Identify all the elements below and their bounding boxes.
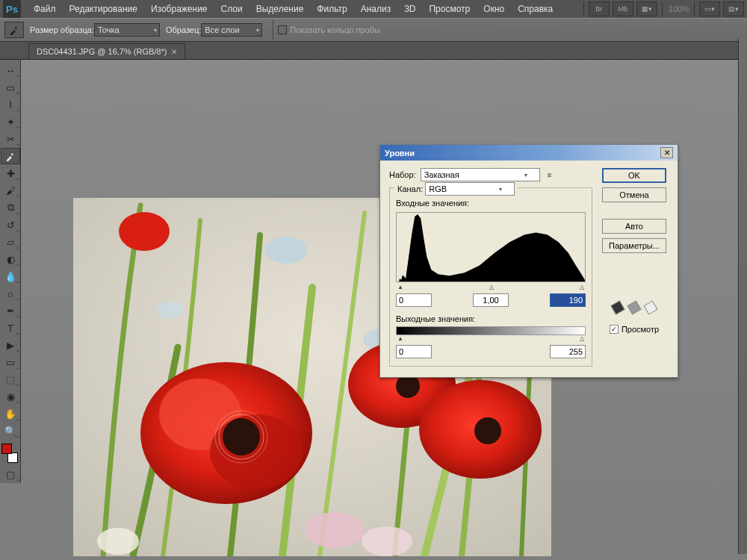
menu-view[interactable]: Просмотр — [422, 1, 477, 16]
menu-edit[interactable]: Редактирование — [63, 1, 144, 16]
sample-size-select[interactable]: Точка — [94, 23, 160, 37]
dodge-tool[interactable]: ☼ — [1, 285, 20, 302]
preset-menu-icon[interactable]: ≡ — [545, 169, 555, 180]
3d-object-tool[interactable]: ⬚ — [1, 371, 20, 388]
workspace-switcher-icon[interactable]: ▤▾ — [723, 1, 744, 16]
menu-layer[interactable]: Слои — [214, 1, 249, 16]
active-tool-preview[interactable] — [4, 22, 24, 38]
menu-image[interactable]: Изображение — [144, 1, 214, 16]
ok-button[interactable]: OK — [602, 168, 666, 183]
eraser-tool[interactable]: ▱ — [1, 234, 20, 250]
dialog-close-button[interactable]: ✕ — [660, 147, 673, 158]
output-sliders[interactable]: ▲△ — [397, 335, 584, 342]
preview-label: Просмотр — [622, 325, 659, 334]
sample-size-label: Размер образца: — [30, 25, 94, 34]
histogram[interactable] — [396, 212, 586, 282]
cancel-button[interactable]: Отмена — [602, 187, 666, 202]
3d-camera-tool[interactable]: ◉ — [1, 388, 20, 405]
preset-label: Набор: — [389, 170, 416, 179]
gradient-tool[interactable]: ◐ — [1, 251, 20, 267]
sample-select[interactable]: Все слои — [201, 23, 262, 37]
app-top-bar: Ps Файл Редактирование Изображение Слои … — [0, 0, 747, 18]
color-swatches[interactable] — [0, 444, 19, 463]
svg-point-15 — [119, 212, 170, 251]
mini-bridge-icon[interactable]: Mb — [613, 1, 633, 16]
foreground-swatch[interactable] — [1, 444, 12, 454]
quickmask-toggle[interactable]: ▢ — [1, 466, 20, 482]
heal-tool[interactable]: ✚ — [1, 165, 20, 181]
svg-point-4 — [157, 301, 184, 319]
menu-file[interactable]: Файл — [27, 1, 63, 16]
output-shadow-field[interactable] — [396, 345, 432, 358]
channel-label: Канал: — [397, 184, 423, 193]
top-right-controls: Br Mb ▦▾ 100% ▭▾ ▤▾ — [582, 1, 744, 16]
input-shadow-field[interactable] — [396, 293, 432, 307]
menu-filter[interactable]: Фильтр — [310, 1, 353, 16]
svg-point-18 — [97, 528, 139, 555]
stamp-tool[interactable]: ⧉ — [1, 199, 20, 216]
black-eyedropper-icon[interactable] — [610, 300, 624, 314]
move-tool[interactable]: ↔ — [1, 62, 20, 78]
tab-label: DSC04431.JPG @ 16,7% (RGB/8*) — [37, 47, 167, 56]
zoom-tool[interactable]: 🔍 — [1, 423, 20, 439]
crop-tool[interactable]: ✂ — [1, 131, 20, 147]
brush-tool[interactable]: 🖌 — [1, 182, 20, 199]
path-select-tool[interactable]: ▶ — [1, 337, 20, 353]
right-panel-dock[interactable] — [738, 39, 747, 554]
show-ring-label: Показать кольцо пробы — [290, 25, 380, 34]
blur-tool[interactable]: 💧 — [1, 268, 20, 284]
gray-eyedropper-icon[interactable] — [627, 300, 641, 314]
workspace: ↔ ▭ ⌇ ✦ ✂ ✚ 🖌 ⧉ ↺ ▱ ◐ 💧 ☼ ✒ T ▶ ▭ ⬚ ◉ ✋ … — [0, 60, 747, 560]
shape-tool[interactable]: ▭ — [1, 354, 20, 370]
output-gradient[interactable] — [396, 326, 586, 335]
menu-select[interactable]: Выделение — [249, 1, 311, 16]
marquee-tool[interactable]: ▭ — [1, 79, 20, 96]
zoom-label[interactable]: 100% — [669, 4, 689, 13]
document-tab-bar: DSC04431.JPG @ 16,7% (RGB/8*) ✕ — [0, 42, 747, 60]
app-logo: Ps — [3, 0, 21, 18]
preset-select[interactable]: Заказная — [421, 168, 540, 181]
tab-close-icon[interactable]: ✕ — [171, 48, 177, 56]
hand-tool[interactable]: ✋ — [1, 405, 20, 422]
launch-bridge-icon[interactable]: Br — [589, 1, 610, 16]
menu-analysis[interactable]: Анализ — [354, 1, 398, 16]
svg-point-17 — [362, 526, 412, 556]
type-tool[interactable]: T — [1, 320, 20, 336]
background-swatch[interactable] — [7, 452, 18, 463]
tool-palette: ↔ ▭ ⌇ ✦ ✂ ✚ 🖌 ⧉ ↺ ▱ ◐ 💧 ☼ ✒ T ▶ ▭ ⬚ ◉ ✋ … — [0, 60, 21, 483]
arrange-documents-icon[interactable]: ▦▾ — [636, 1, 657, 16]
white-eyedropper-icon[interactable] — [643, 300, 657, 314]
sample-label: Образец: — [166, 25, 201, 34]
levels-dialog: Уровни ✕ Набор: Заказная ≡ Канал: RGB Вх… — [379, 144, 678, 378]
menu-help[interactable]: Справка — [511, 1, 560, 16]
svg-point-8 — [223, 418, 260, 455]
channel-select[interactable]: RGB — [425, 182, 515, 196]
main-menu: Файл Редактирование Изображение Слои Выд… — [27, 1, 560, 16]
output-values-label: Выходные значения: — [396, 314, 586, 323]
wand-tool[interactable]: ✦ — [1, 113, 20, 130]
auto-button[interactable]: Авто — [602, 219, 666, 234]
preview-checkbox-row[interactable]: ✓ Просмотр — [610, 325, 659, 334]
screen-mode-icon[interactable]: ▭▾ — [699, 1, 720, 16]
channel-group: Канал: RGB Входные значения: ▲△△ — [389, 187, 592, 367]
svg-point-14 — [474, 417, 501, 444]
input-highlight-field[interactable] — [550, 293, 586, 307]
svg-point-2 — [265, 237, 307, 264]
output-highlight-field[interactable] — [550, 345, 586, 358]
preview-checkbox[interactable]: ✓ — [610, 325, 619, 334]
menu-3d[interactable]: 3D — [397, 1, 422, 16]
lasso-tool[interactable]: ⌇ — [1, 96, 20, 113]
document-tab[interactable]: DSC04431.JPG @ 16,7% (RGB/8*) ✕ — [28, 43, 185, 59]
menu-window[interactable]: Окно — [477, 1, 511, 16]
input-mid-field[interactable] — [473, 293, 509, 307]
tool-options-bar: Размер образца: Точка Образец: Все слои … — [0, 18, 747, 42]
input-sliders[interactable]: ▲△△ — [397, 284, 584, 290]
pen-tool[interactable]: ✒ — [1, 302, 20, 319]
history-brush-tool[interactable]: ↺ — [1, 217, 20, 233]
svg-point-16 — [305, 512, 365, 548]
dialog-title-bar[interactable]: Уровни ✕ — [380, 145, 678, 161]
show-ring-checkbox[interactable] — [278, 25, 287, 34]
parameters-button[interactable]: Параметры... — [602, 238, 666, 253]
input-values-label: Входные значения: — [396, 199, 586, 208]
eyedropper-tool[interactable] — [1, 148, 20, 164]
